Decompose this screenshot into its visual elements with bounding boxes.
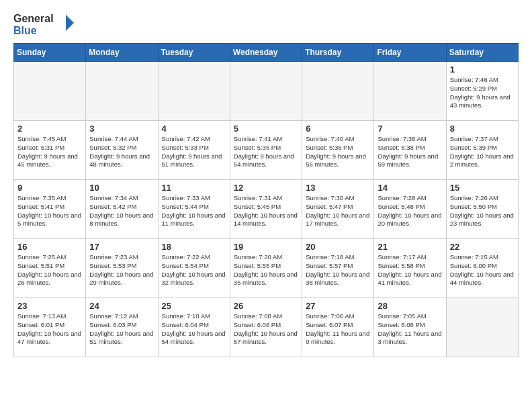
calendar-day-cell <box>446 298 518 357</box>
weekday-header-cell: Wednesday <box>230 44 302 62</box>
day-info: Sunrise: 7:45 AM Sunset: 5:31 PM Dayligh… <box>17 135 82 169</box>
calendar-table: SundayMondayTuesdayWednesdayThursdayFrid… <box>13 43 519 357</box>
day-number: 20 <box>306 242 370 252</box>
weekday-header-cell: Friday <box>374 44 446 62</box>
calendar-day-cell: 12Sunrise: 7:31 AM Sunset: 5:45 PM Dayli… <box>230 180 302 239</box>
calendar-day-cell: 11Sunrise: 7:33 AM Sunset: 5:44 PM Dayli… <box>158 180 230 239</box>
day-number: 24 <box>89 301 154 311</box>
calendar-day-cell: 26Sunrise: 7:08 AM Sunset: 6:06 PM Dayli… <box>230 298 302 357</box>
day-number: 14 <box>378 183 442 193</box>
day-number: 21 <box>378 242 442 252</box>
day-info: Sunrise: 7:46 AM Sunset: 5:29 PM Dayligh… <box>450 76 515 110</box>
calendar-day-cell: 7Sunrise: 7:38 AM Sunset: 5:38 PM Daylig… <box>374 121 446 180</box>
day-number: 12 <box>234 183 298 193</box>
logo-svg: General Blue <box>13 11 74 36</box>
weekday-header-row: SundayMondayTuesdayWednesdayThursdayFrid… <box>14 44 519 62</box>
calendar-day-cell: 1Sunrise: 7:46 AM Sunset: 5:29 PM Daylig… <box>446 62 518 121</box>
day-info: Sunrise: 7:25 AM Sunset: 5:51 PM Dayligh… <box>17 253 82 287</box>
day-number: 11 <box>162 183 226 193</box>
calendar-body: 1Sunrise: 7:46 AM Sunset: 5:29 PM Daylig… <box>14 62 519 357</box>
calendar-week-row: 1Sunrise: 7:46 AM Sunset: 5:29 PM Daylig… <box>14 62 519 121</box>
calendar-week-row: 9Sunrise: 7:35 AM Sunset: 5:41 PM Daylig… <box>14 180 519 239</box>
day-number: 23 <box>17 301 82 311</box>
calendar-day-cell: 18Sunrise: 7:22 AM Sunset: 5:54 PM Dayli… <box>158 239 230 298</box>
day-info: Sunrise: 7:30 AM Sunset: 5:47 PM Dayligh… <box>306 194 370 228</box>
calendar-day-cell: 5Sunrise: 7:41 AM Sunset: 5:35 PM Daylig… <box>230 121 302 180</box>
calendar-week-row: 16Sunrise: 7:25 AM Sunset: 5:51 PM Dayli… <box>14 239 519 298</box>
calendar-day-cell: 25Sunrise: 7:10 AM Sunset: 6:04 PM Dayli… <box>158 298 230 357</box>
day-info: Sunrise: 7:18 AM Sunset: 5:57 PM Dayligh… <box>306 253 370 287</box>
day-info: Sunrise: 7:40 AM Sunset: 5:36 PM Dayligh… <box>306 135 370 169</box>
day-number: 27 <box>306 301 370 311</box>
day-number: 28 <box>378 301 442 311</box>
weekday-header-cell: Sunday <box>14 44 86 62</box>
calendar-day-cell: 15Sunrise: 7:26 AM Sunset: 5:50 PM Dayli… <box>446 180 518 239</box>
day-info: Sunrise: 7:35 AM Sunset: 5:41 PM Dayligh… <box>17 194 82 228</box>
weekday-header-cell: Tuesday <box>158 44 230 62</box>
weekday-header-cell: Monday <box>86 44 158 62</box>
day-number: 2 <box>17 124 82 134</box>
day-info: Sunrise: 7:38 AM Sunset: 5:38 PM Dayligh… <box>378 135 442 169</box>
day-info: Sunrise: 7:42 AM Sunset: 5:33 PM Dayligh… <box>162 135 226 169</box>
calendar-day-cell: 16Sunrise: 7:25 AM Sunset: 5:51 PM Dayli… <box>14 239 86 298</box>
day-number: 16 <box>17 242 82 252</box>
day-number: 1 <box>450 64 515 75</box>
calendar-day-cell: 21Sunrise: 7:17 AM Sunset: 5:58 PM Dayli… <box>374 239 446 298</box>
calendar-day-cell: 8Sunrise: 7:37 AM Sunset: 5:39 PM Daylig… <box>446 121 518 180</box>
calendar-day-cell: 19Sunrise: 7:20 AM Sunset: 5:55 PM Dayli… <box>230 239 302 298</box>
day-number: 17 <box>89 242 154 252</box>
calendar-day-cell: 13Sunrise: 7:30 AM Sunset: 5:47 PM Dayli… <box>302 180 374 239</box>
calendar-day-cell: 22Sunrise: 7:15 AM Sunset: 6:00 PM Dayli… <box>446 239 518 298</box>
calendar-day-cell: 28Sunrise: 7:05 AM Sunset: 6:08 PM Dayli… <box>374 298 446 357</box>
calendar-day-cell: 6Sunrise: 7:40 AM Sunset: 5:36 PM Daylig… <box>302 121 374 180</box>
day-info: Sunrise: 7:31 AM Sunset: 5:45 PM Dayligh… <box>234 194 298 228</box>
day-info: Sunrise: 7:23 AM Sunset: 5:53 PM Dayligh… <box>89 253 154 287</box>
calendar-day-cell: 24Sunrise: 7:12 AM Sunset: 6:03 PM Dayli… <box>86 298 158 357</box>
calendar-day-cell <box>86 62 158 121</box>
day-number: 10 <box>89 183 154 193</box>
calendar-week-row: 23Sunrise: 7:13 AM Sunset: 6:01 PM Dayli… <box>14 298 519 357</box>
day-number: 19 <box>234 242 298 252</box>
day-info: Sunrise: 7:37 AM Sunset: 5:39 PM Dayligh… <box>450 135 515 169</box>
calendar-day-cell <box>302 62 374 121</box>
calendar-day-cell <box>14 62 86 121</box>
calendar-day-cell: 23Sunrise: 7:13 AM Sunset: 6:01 PM Dayli… <box>14 298 86 357</box>
day-info: Sunrise: 7:26 AM Sunset: 5:50 PM Dayligh… <box>450 194 515 228</box>
day-info: Sunrise: 7:28 AM Sunset: 5:48 PM Dayligh… <box>378 194 442 228</box>
weekday-header-cell: Thursday <box>302 44 374 62</box>
calendar-page: General Blue SundayMondayTuesdayWednesda… <box>0 0 532 411</box>
calendar-day-cell: 3Sunrise: 7:44 AM Sunset: 5:32 PM Daylig… <box>86 121 158 180</box>
calendar-day-cell: 2Sunrise: 7:45 AM Sunset: 5:31 PM Daylig… <box>14 121 86 180</box>
day-number: 4 <box>162 124 226 134</box>
calendar-day-cell: 4Sunrise: 7:42 AM Sunset: 5:33 PM Daylig… <box>158 121 230 180</box>
day-info: Sunrise: 7:20 AM Sunset: 5:55 PM Dayligh… <box>234 253 298 287</box>
day-info: Sunrise: 7:22 AM Sunset: 5:54 PM Dayligh… <box>162 253 226 287</box>
calendar-day-cell <box>158 62 230 121</box>
day-number: 13 <box>306 183 370 193</box>
header: General Blue <box>13 11 519 36</box>
day-info: Sunrise: 7:41 AM Sunset: 5:35 PM Dayligh… <box>234 135 298 169</box>
calendar-day-cell: 17Sunrise: 7:23 AM Sunset: 5:53 PM Dayli… <box>86 239 158 298</box>
day-number: 18 <box>162 242 226 252</box>
day-number: 3 <box>89 124 154 134</box>
day-info: Sunrise: 7:33 AM Sunset: 5:44 PM Dayligh… <box>162 194 226 228</box>
day-number: 25 <box>162 301 226 311</box>
calendar-day-cell: 20Sunrise: 7:18 AM Sunset: 5:57 PM Dayli… <box>302 239 374 298</box>
day-info: Sunrise: 7:34 AM Sunset: 5:42 PM Dayligh… <box>89 194 154 228</box>
calendar-day-cell <box>230 62 302 121</box>
calendar-day-cell: 14Sunrise: 7:28 AM Sunset: 5:48 PM Dayli… <box>374 180 446 239</box>
calendar-day-cell <box>374 62 446 121</box>
day-info: Sunrise: 7:13 AM Sunset: 6:01 PM Dayligh… <box>17 312 82 347</box>
day-info: Sunrise: 7:08 AM Sunset: 6:06 PM Dayligh… <box>234 312 298 347</box>
day-info: Sunrise: 7:10 AM Sunset: 6:04 PM Dayligh… <box>162 312 226 347</box>
day-info: Sunrise: 7:15 AM Sunset: 6:00 PM Dayligh… <box>450 253 515 287</box>
day-info: Sunrise: 7:44 AM Sunset: 5:32 PM Dayligh… <box>89 135 154 169</box>
calendar-week-row: 2Sunrise: 7:45 AM Sunset: 5:31 PM Daylig… <box>14 121 519 180</box>
day-info: Sunrise: 7:12 AM Sunset: 6:03 PM Dayligh… <box>89 312 154 347</box>
calendar-day-cell: 10Sunrise: 7:34 AM Sunset: 5:42 PM Dayli… <box>86 180 158 239</box>
day-number: 9 <box>17 183 82 193</box>
day-number: 26 <box>234 301 298 311</box>
day-number: 7 <box>378 124 442 134</box>
calendar-day-cell: 9Sunrise: 7:35 AM Sunset: 5:41 PM Daylig… <box>14 180 86 239</box>
logo: General Blue <box>13 11 74 36</box>
